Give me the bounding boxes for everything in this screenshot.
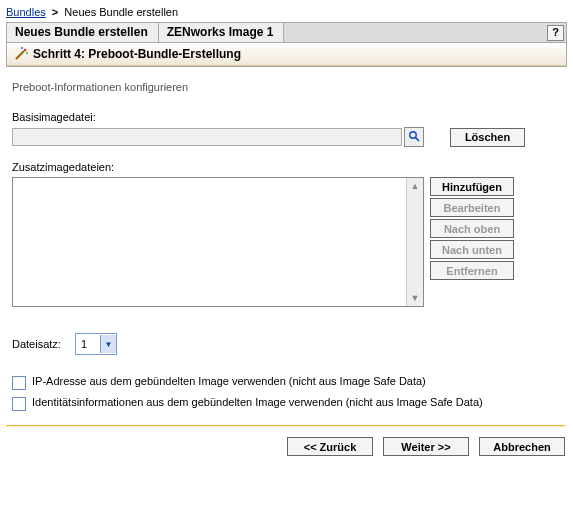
fileset-select[interactable]: 1 ▼: [75, 333, 117, 355]
scrollbar[interactable]: ▲ ▼: [406, 178, 423, 306]
additional-images-label: Zusatzimagedateien:: [12, 161, 561, 173]
svg-point-2: [26, 52, 28, 54]
help-button[interactable]: ?: [547, 25, 564, 41]
svg-point-3: [21, 47, 23, 49]
next-button[interactable]: Weiter >>: [383, 437, 469, 456]
wizard-footer: << Zurück Weiter >> Abbrechen: [6, 437, 565, 456]
step-row: Schritt 4: Preboot-Bundle-Erstellung: [7, 43, 566, 66]
back-button[interactable]: << Zurück: [287, 437, 373, 456]
search-icon: [408, 130, 420, 144]
step-title: Schritt 4: Preboot-Bundle-Erstellung: [33, 47, 241, 61]
use-identity-label: Identitätsinformationen aus dem gebündel…: [32, 396, 483, 408]
cancel-button[interactable]: Abbrechen: [479, 437, 565, 456]
svg-line-5: [416, 138, 420, 142]
scroll-up-icon[interactable]: ▲: [407, 178, 423, 194]
add-button[interactable]: Hinzufügen: [430, 177, 514, 196]
breadcrumb-root[interactable]: Bundles: [6, 6, 46, 18]
use-ip-checkbox[interactable]: [12, 376, 26, 390]
list-action-buttons: Hinzufügen Bearbeiten Nach oben Nach unt…: [430, 177, 514, 280]
chevron-down-icon: ▼: [100, 335, 116, 353]
remove-button[interactable]: Entfernen: [430, 261, 514, 280]
breadcrumb-separator: >: [52, 6, 58, 18]
wand-icon: [13, 46, 29, 62]
use-ip-label: IP-Adresse aus dem gebündelten Image ver…: [32, 375, 426, 387]
divider: [6, 425, 565, 427]
wizard-header: Neues Bundle erstellen ZENworks Image 1 …: [6, 22, 567, 67]
fileset-value: 1: [76, 338, 100, 350]
page-subtitle: Preboot-Informationen konfigurieren: [12, 81, 567, 93]
move-up-button[interactable]: Nach oben: [430, 219, 514, 238]
tab-zenworks-image[interactable]: ZENworks Image 1: [159, 23, 285, 42]
svg-point-1: [24, 49, 27, 52]
base-image-input[interactable]: [12, 128, 402, 146]
fileset-row: Dateisatz: 1 ▼: [12, 333, 561, 355]
svg-point-4: [410, 132, 416, 138]
move-down-button[interactable]: Nach unten: [430, 240, 514, 259]
breadcrumb-current: Neues Bundle erstellen: [64, 6, 178, 18]
browse-button[interactable]: [404, 127, 424, 147]
tab-bar: Neues Bundle erstellen ZENworks Image 1 …: [7, 23, 566, 43]
use-identity-checkbox[interactable]: [12, 397, 26, 411]
svg-line-0: [16, 51, 24, 59]
base-image-label: Basisimagedatei:: [12, 111, 561, 123]
tab-new-bundle[interactable]: Neues Bundle erstellen: [7, 23, 159, 42]
breadcrumb: Bundles > Neues Bundle erstellen: [6, 6, 567, 18]
additional-images-listbox[interactable]: ▲ ▼: [12, 177, 424, 307]
edit-button[interactable]: Bearbeiten: [430, 198, 514, 217]
delete-button[interactable]: Löschen: [450, 128, 525, 147]
fileset-label: Dateisatz:: [12, 338, 61, 350]
scroll-down-icon[interactable]: ▼: [407, 290, 423, 306]
